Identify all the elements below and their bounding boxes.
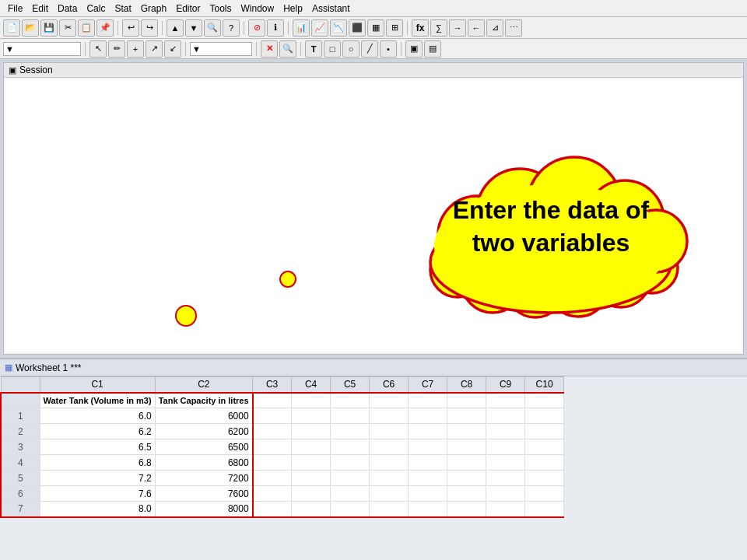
cell-c4-2[interactable] (292, 424, 331, 439)
cell-c5-5[interactable] (331, 471, 370, 486)
menu-window[interactable]: Window (237, 2, 279, 15)
down-btn[interactable]: ▼ (185, 19, 202, 37)
cell-c2-4[interactable]: 6800 (155, 455, 252, 471)
open-btn[interactable]: 📂 (22, 19, 39, 37)
cell-c9-6[interactable] (486, 486, 525, 502)
cell-c8-7[interactable] (447, 502, 486, 517)
text-btn[interactable]: T (305, 40, 322, 58)
cell-c6-7[interactable] (370, 502, 409, 517)
menu-edit[interactable]: Edit (27, 2, 53, 15)
chart2-btn[interactable]: 📈 (311, 19, 328, 37)
menu-stat[interactable]: Stat (110, 2, 135, 15)
cell-c8-5[interactable] (447, 471, 486, 486)
fx-btn[interactable]: fx (412, 19, 429, 37)
cell-c9-2[interactable] (486, 424, 525, 439)
menu-data[interactable]: Data (53, 2, 82, 15)
cell-c1-6[interactable]: 7.6 (40, 486, 155, 502)
cell-c1-3[interactable]: 6.5 (40, 439, 155, 455)
cell-c7-3[interactable] (409, 439, 447, 455)
new-btn[interactable]: 📄 (3, 19, 20, 37)
paste-btn[interactable]: 📌 (96, 19, 114, 37)
cell-c7-2[interactable] (409, 424, 447, 439)
col1-label[interactable]: Water Tank (Volume in m3) (40, 393, 155, 408)
back-btn[interactable]: ← (468, 19, 485, 37)
cell-c10-5[interactable] (525, 471, 564, 486)
cell-c1-5[interactable]: 7.2 (40, 471, 155, 486)
cell-c1-2[interactable]: 6.2 (40, 424, 155, 439)
find-btn[interactable]: 🔍 (204, 19, 221, 37)
cell-c5-4[interactable] (331, 455, 370, 471)
cell-c8-6[interactable] (447, 486, 486, 502)
cell-c10-6[interactable] (525, 486, 564, 502)
cell-c8-3[interactable] (447, 439, 486, 455)
cell-c6-4[interactable] (370, 455, 409, 471)
chart4-btn[interactable]: ⬛ (349, 19, 366, 37)
close-x-btn[interactable]: ✕ (261, 40, 278, 58)
chart1-btn[interactable]: 📊 (293, 19, 310, 37)
cell-c9-4[interactable] (486, 455, 525, 471)
cell-c5-6[interactable] (331, 486, 370, 502)
pencil-btn[interactable]: ✏ (108, 40, 125, 58)
cell-c5-3[interactable] (331, 439, 370, 455)
tool2-btn[interactable]: ⋯ (505, 19, 522, 37)
col-c4-header[interactable]: C4 (292, 377, 331, 393)
undo-btn[interactable]: ↩ (122, 19, 139, 37)
cell-c3-2[interactable] (253, 424, 292, 439)
cell-c10-1[interactable] (525, 408, 564, 424)
line-btn[interactable]: ╱ (361, 40, 378, 58)
rect-btn[interactable]: □ (324, 40, 341, 58)
col-c7-header[interactable]: C7 (409, 377, 447, 393)
cell-c7-1[interactable] (409, 408, 447, 424)
circle-btn[interactable]: ○ (342, 40, 359, 58)
cell-c2-5[interactable]: 7200 (155, 471, 252, 486)
col-c1-header[interactable]: C1 (40, 377, 155, 393)
col-c2-header[interactable]: C2 (155, 377, 252, 393)
dot-btn[interactable]: • (380, 40, 397, 58)
cell-c8-4[interactable] (447, 455, 486, 471)
cell-c4-1[interactable] (292, 408, 331, 424)
up-btn[interactable]: ▲ (167, 19, 184, 37)
cell-c5-7[interactable] (331, 502, 370, 517)
cell-c3-3[interactable] (253, 439, 292, 455)
cell-c6-6[interactable] (370, 486, 409, 502)
cell-c3-5[interactable] (253, 471, 292, 486)
menu-editor[interactable]: Editor (171, 2, 205, 15)
cell-c2-7[interactable]: 8000 (155, 502, 252, 517)
menu-graph[interactable]: Graph (136, 2, 171, 15)
cell-c1-1[interactable]: 6.0 (40, 408, 155, 424)
chart5-btn[interactable]: ▦ (367, 19, 384, 37)
copy-btn[interactable]: 📋 (78, 19, 95, 37)
cursor-btn[interactable]: ↖ (89, 40, 107, 58)
cell-c8-1[interactable] (447, 408, 486, 424)
cell-c6-3[interactable] (370, 439, 409, 455)
cell-c10-2[interactable] (525, 424, 564, 439)
cell-c1-4[interactable]: 6.8 (40, 455, 155, 471)
cell-c4-5[interactable] (292, 471, 331, 486)
cell-c10-7[interactable] (525, 502, 564, 517)
cell-c1-7[interactable]: 8.0 (40, 502, 155, 517)
cell-c4-4[interactable] (292, 455, 331, 471)
cell-c3-1[interactable] (253, 408, 292, 424)
cell-c6-5[interactable] (370, 471, 409, 486)
cell-c6-2[interactable] (370, 424, 409, 439)
arrow2-btn[interactable]: ↗ (146, 40, 163, 58)
cell-c5-2[interactable] (331, 424, 370, 439)
col-c3-header[interactable]: C3 (253, 377, 292, 393)
cell-c4-3[interactable] (292, 439, 331, 455)
cell-c4-7[interactable] (292, 502, 331, 517)
zoom-btn[interactable]: 🔍 (279, 40, 296, 58)
col-c8-header[interactable]: C8 (447, 377, 486, 393)
cell-c5-1[interactable] (331, 408, 370, 424)
col2-label[interactable]: Tank Capacity in litres (155, 393, 252, 408)
menu-file[interactable]: File (3, 2, 27, 15)
cell-c2-6[interactable]: 7600 (155, 486, 252, 502)
redo-btn[interactable]: ↪ (141, 19, 158, 37)
formula-btn[interactable]: ∑ (430, 19, 447, 37)
cell-c6-1[interactable] (370, 408, 409, 424)
tool1-btn[interactable]: ⊿ (486, 19, 503, 37)
help-btn[interactable]: ? (223, 19, 240, 37)
col-c9-header[interactable]: C9 (486, 377, 525, 393)
dropdown1[interactable]: ▼ (3, 42, 81, 56)
cell-c7-6[interactable] (409, 486, 447, 502)
cell-c10-4[interactable] (525, 455, 564, 471)
